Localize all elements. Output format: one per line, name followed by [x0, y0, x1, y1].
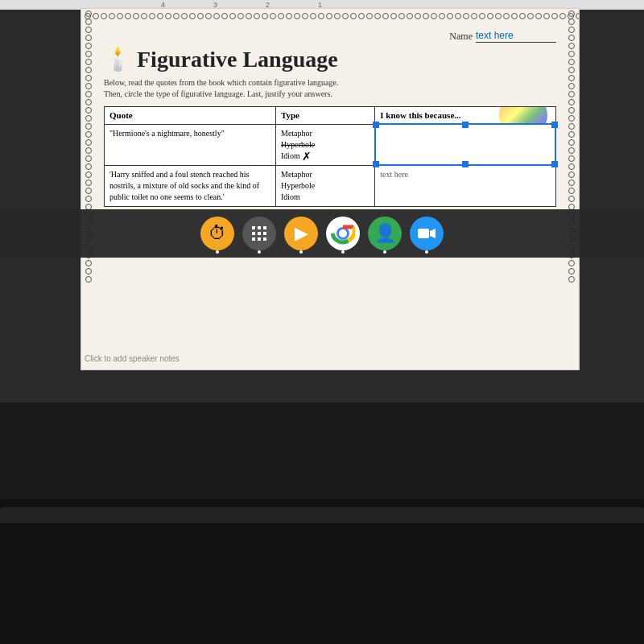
circle-dot	[423, 13, 429, 19]
circle-dot	[568, 139, 575, 146]
circle-dot	[350, 13, 357, 19]
circle-dot	[568, 196, 575, 202]
circle-dot	[463, 13, 469, 19]
circle-dot	[568, 163, 575, 170]
taskbar: ⏱ ▶	[0, 209, 644, 258]
circle-dot	[149, 13, 155, 19]
circle-dot	[568, 27, 575, 33]
circle-dot	[85, 43, 92, 49]
circle-dot	[519, 13, 526, 19]
circle-dot	[294, 13, 300, 19]
circle-dot	[495, 13, 502, 19]
taskbar-dot	[258, 250, 261, 254]
col-header-type: Type	[275, 107, 374, 125]
slide-container: Name text here 🕯️ Figurative Language Be…	[80, 8, 580, 370]
circle-dot	[318, 13, 324, 19]
speaker-notes[interactable]: Click to add speaker notes	[85, 354, 180, 363]
circle-dot	[85, 99, 92, 105]
taskbar-dot	[383, 250, 386, 254]
circle-dot	[439, 13, 445, 19]
circle-dot	[109, 13, 115, 19]
circle-dot	[85, 67, 92, 73]
circle-dot	[471, 13, 477, 19]
circle-dot	[568, 260, 575, 266]
type-option-metaphor-2: Metaphor	[281, 169, 369, 180]
apps-icon[interactable]	[242, 217, 276, 250]
circle-dot	[447, 13, 453, 19]
circle-dot	[197, 13, 204, 19]
circle-dot	[270, 13, 276, 19]
circle-dot	[229, 13, 236, 19]
timer-icon[interactable]: ⏱	[200, 217, 234, 250]
know-cell-1[interactable]	[375, 124, 555, 165]
circle-dot	[568, 59, 575, 65]
circle-dot	[85, 59, 92, 65]
know-text-value-2[interactable]: text here	[380, 170, 408, 179]
svg-rect-4	[258, 232, 261, 235]
laptop-bezel	[0, 499, 644, 644]
circle-dot	[568, 155, 575, 162]
svg-marker-13	[430, 229, 436, 238]
circle-dot	[181, 13, 188, 19]
table-row: "Hermione's a nightmare, honestly" Metap…	[105, 124, 556, 165]
col-header-quote: Quote	[105, 107, 276, 125]
zoom-icon[interactable]	[410, 217, 444, 250]
circle-dot	[85, 27, 92, 33]
circle-dot	[213, 13, 220, 19]
type-option-hyperbole-1: Hyperbole	[281, 139, 369, 151]
circle-dot	[85, 139, 92, 146]
circle-dot	[568, 35, 575, 41]
circle-dot	[527, 13, 534, 19]
circle-dot	[543, 13, 550, 19]
circle-dot	[85, 147, 92, 154]
name-value[interactable]: text here	[476, 30, 556, 43]
circle-dot	[165, 13, 171, 19]
chrome-icon[interactable]	[326, 217, 360, 250]
meet-user-icon[interactable]: 👤	[368, 217, 402, 250]
svg-rect-7	[258, 237, 261, 241]
circle-dot	[568, 171, 575, 178]
svg-rect-5	[263, 232, 266, 235]
circle-dot	[85, 91, 92, 97]
circle-dot	[133, 13, 139, 19]
circle-dot	[568, 147, 575, 154]
circle-dot	[85, 171, 92, 178]
quote-cell-1: "Hermione's a nightmare, honestly"	[105, 124, 276, 165]
circle-dot	[326, 13, 332, 19]
circle-dot	[85, 155, 92, 162]
selection-handle-tl	[373, 122, 379, 128]
taskbar-dot	[341, 250, 345, 254]
circle-dot	[390, 13, 397, 19]
circle-dot	[535, 13, 542, 19]
circle-dot	[568, 75, 575, 81]
subtitle-line1: Below, read the quotes from the book whi…	[104, 78, 338, 87]
circle-dot	[358, 13, 365, 19]
circle-dot	[479, 13, 485, 19]
circle-dot	[568, 67, 575, 73]
circle-dot	[568, 268, 575, 275]
google-slides-icon[interactable]: ▶	[284, 217, 318, 250]
circle-dot	[407, 13, 413, 19]
taskbar-dot	[425, 250, 428, 254]
circles-side-left	[81, 9, 96, 369]
know-cell-2[interactable]: text here	[375, 165, 555, 206]
subtitle-line2: Then, circle the type of figurative lang…	[104, 89, 332, 98]
circle-dot	[85, 35, 92, 41]
circle-dot	[246, 13, 252, 19]
table-header-row: Quote Type I know this because...	[105, 107, 556, 125]
name-row: Name text here	[104, 30, 556, 43]
selection-handle-br	[551, 161, 558, 167]
circle-dot	[286, 13, 292, 19]
page-title: Figurative Language	[137, 47, 338, 72]
circle-dot	[551, 13, 558, 19]
circle-dot	[85, 51, 92, 57]
figurative-language-table: Quote Type I know this because... "Hermi…	[104, 106, 556, 207]
type-cell-2: Metaphor Hyperbole Idiom	[275, 165, 374, 206]
title-row: 🕯️ Figurative Language	[104, 46, 556, 72]
circle-dot	[141, 13, 147, 19]
type-option-idiom-2: Idiom	[281, 192, 369, 203]
circle-dot	[85, 75, 92, 81]
circle-dot	[568, 115, 575, 122]
circle-dot	[455, 13, 461, 19]
circle-dot	[85, 115, 92, 122]
